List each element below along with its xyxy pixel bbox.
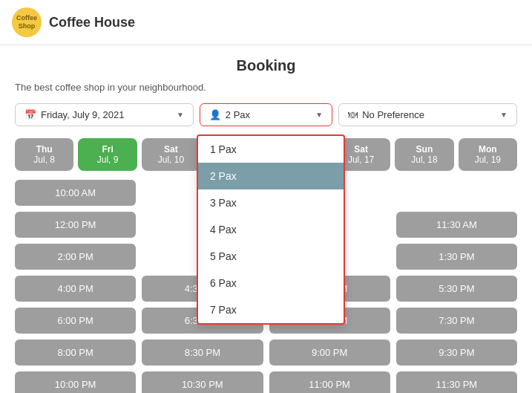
time-slot-button[interactable]: 7:30 PM [396,308,517,334]
pax-option[interactable]: 1 Pax [198,136,344,163]
pref-filter-label: No Preference [362,109,424,120]
date-filter[interactable]: 📅 Friday, July 9, 2021 ▼ [15,103,194,126]
time-slot-button[interactable]: 8:00 PM [15,340,136,366]
app-title: Coffee House [49,15,135,30]
pax-option[interactable]: 3 Pax [198,189,344,216]
logo-text: CoffeeShop [16,14,37,30]
person-icon: 👤 [209,109,221,120]
preference-filter[interactable]: 🍽 No Preference ▼ [338,103,517,126]
date-cell[interactable]: MonJul, 19 [459,138,517,171]
pax-filter-label: 2 Pax [226,109,250,120]
pax-option[interactable]: 5 Pax [198,243,344,270]
pax-dropdown: 1 Pax2 Pax3 Pax4 Pax5 Pax6 Pax7 Pax [197,134,345,325]
filters-row: 📅 Friday, July 9, 2021 ▼ 👤 2 Pax ▼ 🍽 No … [15,103,517,126]
time-slot-button[interactable]: 4:00 PM [15,276,136,302]
pax-option[interactable]: 4 Pax [198,216,344,243]
time-slot-button[interactable]: 9:30 PM [396,340,517,366]
time-slot-button[interactable]: 2:00 PM [15,244,136,270]
time-slot-button[interactable]: 5:30 PM [396,276,517,302]
pax-option[interactable]: 2 Pax [198,163,344,189]
time-slot-button[interactable]: 12:00 PM [15,212,136,238]
subtitle: The best coffee shop in your neighbourho… [15,82,517,93]
pax-option[interactable]: 6 Pax [198,270,344,296]
pax-filter[interactable]: 👤 2 Pax ▼ [200,103,332,126]
time-slot-button[interactable]: 11:30 AM [396,212,517,238]
calendar-icon: 📅 [24,109,36,120]
time-slot-button[interactable]: 10:30 PM [142,371,263,393]
logo: CoffeeShop [12,7,42,37]
time-slot-button[interactable]: 10:00 AM [15,180,136,206]
time-slot-empty [396,180,517,206]
main-content: Booking The best coffee shop in your nei… [0,45,532,393]
chevron-down-icon: ▼ [177,111,184,119]
time-slot-button[interactable]: 1:30 PM [396,244,517,270]
header: CoffeeShop Coffee House [0,0,532,45]
date-cell[interactable]: ThuJul, 8 [15,138,73,171]
date-cell[interactable]: SunJul, 18 [395,138,453,171]
time-slot-button[interactable]: 11:00 PM [269,371,390,393]
time-slot-button[interactable]: 9:00 PM [269,340,390,366]
date-cell[interactable]: SatJul, 10 [142,138,200,171]
date-filter-label: Friday, July 9, 2021 [41,109,124,120]
time-slot-button[interactable]: 8:30 PM [142,340,263,366]
chevron-down-icon-pref: ▼ [500,111,508,119]
filters-wrapper: 📅 Friday, July 9, 2021 ▼ 👤 2 Pax ▼ 🍽 No … [15,103,517,126]
time-slot-button[interactable]: 11:30 PM [396,371,517,393]
chevron-down-icon-pax: ▼ [315,111,323,119]
pax-option[interactable]: 7 Pax [198,296,344,323]
time-slot-button[interactable]: 6:00 PM [15,308,136,334]
date-cell[interactable]: FriJul, 9 [78,138,137,171]
dining-icon: 🍽 [348,109,358,120]
page-title: Booking [15,57,517,74]
time-slot-button[interactable]: 10:00 PM [15,371,136,393]
